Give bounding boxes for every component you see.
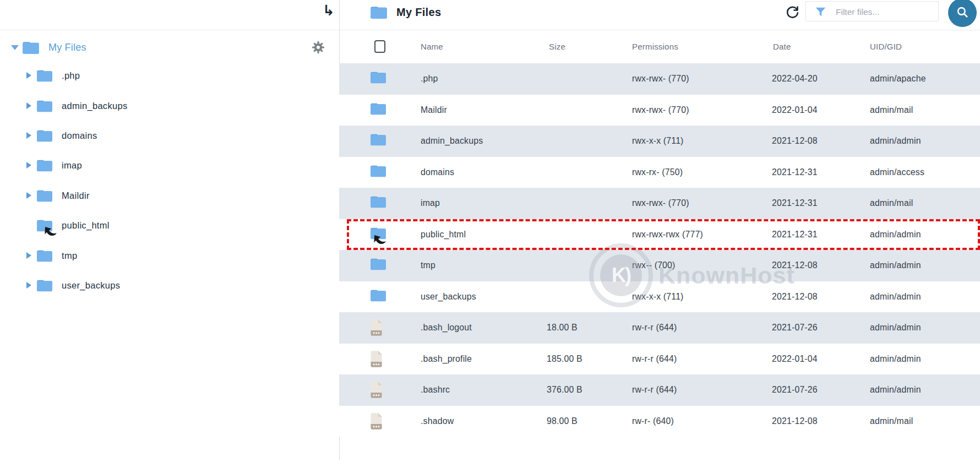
cell-uidgid: admin/admin (870, 385, 921, 395)
caret-right-icon[interactable] (26, 132, 31, 139)
table-row-maildir[interactable]: Maildirrwx-rwx- (770)2022-01-04admin/mai… (339, 95, 980, 126)
mouse-cursor-icon (44, 225, 58, 240)
table-row-public-html[interactable]: public_htmlrwx-rwx-rwx (777)2021-12-31ad… (339, 219, 980, 251)
cell-permissions: rwx-rwx- (770) (632, 74, 689, 84)
cell-date: 2022-01-04 (772, 105, 818, 115)
cell-permissions: rwx-rwx- (770) (632, 105, 689, 115)
file-icon (370, 351, 386, 367)
column-header-size[interactable]: Size (549, 30, 565, 63)
cell-name[interactable]: .php (421, 74, 438, 84)
sidebar-item-label[interactable]: public_html (62, 220, 110, 231)
caret-right-icon[interactable] (26, 162, 31, 168)
file-icon (370, 413, 386, 429)
cell-uidgid: admin/admin (870, 292, 921, 302)
cell-permissions: rwx-x-x (711) (632, 136, 684, 146)
table-row-domains[interactable]: domainsrwx-rx- (750)2021-12-31admin/acce… (339, 157, 980, 188)
file-icon (370, 319, 386, 336)
caret-right-icon[interactable] (26, 192, 31, 199)
cell-date: 2021-12-08 (772, 292, 818, 302)
cell-date: 2021-12-31 (772, 198, 818, 208)
cell-name[interactable]: imap (421, 198, 440, 208)
cell-name[interactable]: user_backups (421, 292, 476, 302)
table-row--php[interactable]: .phprwx-rwx- (770)2022-04-20admin/apache (339, 63, 980, 95)
filter-input[interactable] (835, 2, 936, 22)
table-row-admin-backups[interactable]: admin_backupsrwx-x-x (711)2021-12-08admi… (339, 126, 980, 157)
gear-icon[interactable] (312, 41, 325, 54)
cell-permissions: rwx-rwx- (770) (632, 198, 689, 208)
cell-name[interactable]: .shadow (421, 416, 454, 426)
sidebar-item-label[interactable]: .php (62, 70, 80, 81)
table-row-imap[interactable]: imaprwx-rwx- (770)2021-12-31admin/mail (339, 188, 980, 219)
sidebar-item-label[interactable]: Maildir (62, 190, 90, 200)
table-row--bashrc[interactable]: .bashrc376.00 Brw-r-r (644)2021-07-26adm… (339, 374, 980, 406)
refresh-icon[interactable] (785, 4, 801, 20)
folder-icon (36, 69, 53, 84)
cell-uidgid: admin/admin (870, 260, 921, 270)
sidebar-item-admin-backups[interactable]: admin_backups (0, 90, 339, 120)
cell-name[interactable]: Maildir (421, 105, 447, 115)
search-button[interactable] (948, 0, 977, 27)
folder-icon (370, 102, 386, 118)
column-header-permissions[interactable]: Permissions (632, 30, 678, 63)
caret-right-icon[interactable] (26, 282, 31, 289)
folder-icon (370, 164, 386, 181)
column-header-name[interactable]: Name (421, 30, 443, 63)
cell-size: 98.00 B (547, 416, 578, 426)
folder-icon (22, 40, 40, 57)
folder-icon (36, 249, 53, 264)
folder-icon (36, 99, 53, 115)
caret-right-icon[interactable] (26, 102, 31, 109)
cell-date: 2021-07-26 (772, 385, 818, 395)
folder-icon (370, 257, 386, 274)
cell-uidgid: admin/admin (870, 354, 921, 364)
sidebar-item-maildir[interactable]: Maildir (0, 181, 339, 210)
table-row--bash-profile[interactable]: .bash_profile185.00 Brw-r-r (644)2022-01… (339, 344, 980, 375)
cell-uidgid: admin/mail (870, 416, 913, 426)
table-row--shadow[interactable]: .shadow98.00 Brw-r- (640)2021-12-08admin… (339, 406, 980, 437)
sidebar-root-label[interactable]: My Files (48, 35, 86, 59)
sidebar-item-label[interactable]: imap (62, 160, 82, 171)
folder-icon (36, 159, 53, 174)
column-header-date[interactable]: Date (773, 30, 791, 63)
cell-name[interactable]: tmp (421, 260, 435, 270)
caret-right-icon[interactable] (26, 72, 31, 79)
cell-name[interactable]: admin_backups (421, 136, 483, 146)
file-icon (370, 382, 386, 398)
sidebar-item-public-html[interactable]: public_html (0, 210, 339, 240)
cell-permissions: rw-r-r (644) (632, 323, 677, 333)
cell-size: 18.00 B (547, 323, 578, 333)
cell-name[interactable]: public_html (421, 230, 466, 240)
cell-name[interactable]: .bashrc (421, 385, 450, 395)
sidebar-item--php[interactable]: .php (0, 61, 339, 90)
folder-icon (36, 189, 53, 204)
column-header-uidgid[interactable]: UID/GID (870, 30, 902, 63)
sidebar-item-imap[interactable]: imap (0, 150, 339, 180)
sidebar-item-label[interactable]: admin_backups (62, 100, 127, 111)
sidebar-item-user-backups[interactable]: user_backups (0, 270, 339, 300)
table-row-tmp[interactable]: tmprwx-- (700)2021-12-08admin/admin (339, 250, 980, 281)
cell-name[interactable]: domains (421, 167, 454, 177)
goto-path-icon[interactable]: ↳ (323, 3, 335, 18)
select-all-checkbox[interactable] (374, 40, 385, 53)
sidebar-item-domains[interactable]: domains (0, 121, 339, 150)
table-row-user-backups[interactable]: user_backupsrwx-x-x (711)2021-12-08admin… (339, 281, 980, 313)
cell-permissions: rw-r- (640) (632, 416, 674, 426)
cell-uidgid: admin/mail (870, 105, 913, 115)
caret-down-icon[interactable] (11, 45, 19, 50)
sidebar: ↳ My Files .php admin_backups domains im… (0, 0, 339, 473)
cell-size: 376.00 B (547, 385, 582, 395)
folder-icon (370, 289, 386, 305)
table-row--bash-logout[interactable]: .bash_logout18.00 Brw-r-r (644)2021-07-2… (339, 312, 980, 344)
cell-name[interactable]: .bash_logout (421, 323, 472, 333)
folder-icon (36, 279, 53, 294)
sidebar-item-label[interactable]: user_backups (62, 280, 120, 290)
sidebar-item-label[interactable]: domains (62, 130, 97, 140)
cell-uidgid: admin/apache (870, 74, 926, 84)
sidebar-item-label[interactable]: tmp (62, 250, 77, 260)
caret-right-icon[interactable] (26, 252, 31, 259)
sidebar-item-tmp[interactable]: tmp (0, 240, 339, 270)
cell-uidgid: admin/access (870, 167, 924, 177)
cell-name[interactable]: .bash_profile (421, 354, 472, 364)
cell-uidgid: admin/admin (870, 230, 921, 240)
sidebar-root-my-files[interactable]: My Files (0, 35, 339, 59)
